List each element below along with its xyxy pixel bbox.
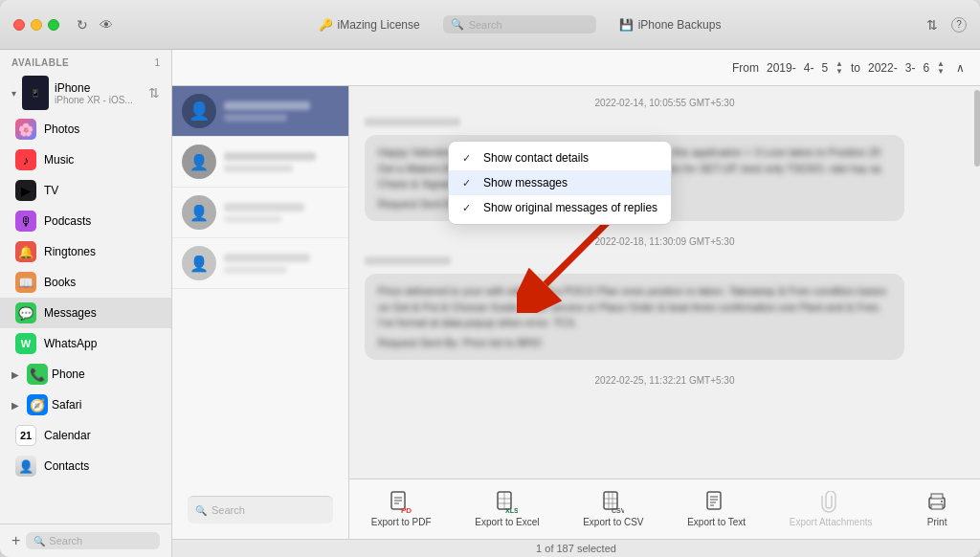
sidebar-item-books[interactable]: 📖 Books (0, 267, 171, 298)
sidebar-item-messages[interactable]: 💬 Messages (0, 298, 171, 328)
backups-button[interactable]: 💾 iPhone Backups (619, 18, 722, 32)
add-icon[interactable]: + (11, 532, 20, 549)
safari-label: Safari (52, 398, 81, 412)
pdf-icon: PDF (390, 491, 412, 514)
check-icon: ✓ (462, 177, 476, 189)
from-date-spinner[interactable]: ▲▼ (835, 60, 843, 76)
text-icon (705, 491, 728, 514)
svg-rect-22 (931, 494, 943, 499)
from-label: From (732, 61, 759, 75)
sidebar-item-podcasts[interactable]: 🎙 Podcasts (0, 206, 171, 236)
main-window: ↻ 👁 🔑 iMazing License 🔍 Search 💾 iPhone … (0, 0, 980, 557)
minimize-button[interactable] (31, 19, 42, 31)
device-item[interactable]: ▾ 📱 iPhone iPhone XR - iOS... ⇅ (0, 72, 171, 114)
print-button[interactable]: Print (908, 487, 966, 531)
sidebar-item-whatsapp[interactable]: W WhatsApp (0, 328, 171, 359)
sidebar-count: 1 (154, 57, 160, 68)
scrollbar[interactable] (972, 86, 980, 480)
search-icon: 🔍 (195, 505, 207, 516)
sidebar: AVAILABLE 1 ▾ 📱 iPhone iPhone XR - iOS..… (0, 50, 172, 557)
print-icon (925, 491, 948, 514)
contact-item-selected[interactable]: 👤 (172, 86, 348, 137)
whatsapp-label: WhatsApp (44, 337, 97, 350)
sidebar-item-ringtones[interactable]: 🔔 Ringtones (0, 236, 171, 267)
attachments-icon (819, 491, 842, 514)
sidebar-item-tv[interactable]: ▶ TV (0, 175, 171, 206)
export-footer: PDF Export to PDF (349, 479, 980, 539)
sidebar-header: AVAILABLE 1 (0, 50, 171, 72)
titlebar-search[interactable]: 🔍 Search (443, 15, 596, 33)
contact-info-4 (224, 254, 339, 274)
sidebar-item-music[interactable]: ♪ Music (0, 145, 171, 175)
to-year: 2022- (868, 61, 898, 75)
device-icon: 📱 (22, 76, 49, 110)
license-icon: 🔑 (319, 18, 333, 32)
contact-item-4[interactable]: 👤 (172, 238, 348, 289)
reload-icon[interactable]: ↻ (77, 17, 88, 33)
export-csv-button[interactable]: CSV Export to CSV (575, 487, 651, 531)
titlebar-right: ⇅ ? (926, 17, 967, 33)
csv-icon: CSV (602, 491, 625, 514)
sidebar-item-safari[interactable]: ▶ 🧭 Safari (0, 390, 171, 420)
search-icon: 🔍 (451, 18, 464, 31)
export-text-button[interactable]: Export to Text (679, 487, 753, 531)
contact-info-2 (224, 152, 339, 172)
message-footer-2: Request Sent By: Price list to BRS! (378, 335, 891, 351)
menu-label-show-messages: Show messages (483, 176, 568, 189)
sidebar-item-photos[interactable]: 🌸 Photos (0, 114, 171, 145)
export-pdf-button[interactable]: PDF Export to PDF (364, 487, 439, 531)
close-button[interactable] (13, 19, 25, 31)
license-button[interactable]: 🔑 iMazing License (319, 18, 420, 32)
photos-label: Photos (44, 123, 79, 136)
export-excel-button[interactable]: XLS Export to Excel (467, 487, 546, 531)
menu-label-contact-details: Show contact details (483, 151, 589, 165)
contacts-icon: 👤 (15, 456, 36, 477)
menu-item-show-messages[interactable]: ✓ Show messages (449, 170, 671, 195)
collapse-icon[interactable]: ∧ (956, 61, 965, 75)
sort-icon[interactable]: ⇅ (926, 17, 938, 33)
help-icon[interactable]: ? (951, 17, 967, 33)
maximize-button[interactable] (48, 19, 59, 31)
svg-text:XLS: XLS (505, 507, 518, 514)
menu-item-show-original[interactable]: ✓ Show original messages of replies (449, 195, 671, 220)
to-label: to (851, 61, 860, 75)
titlebar-center: 🔑 iMazing License 🔍 Search 💾 iPhone Back… (122, 15, 917, 33)
sidebar-item-calendar[interactable]: 21 Calendar (0, 420, 171, 451)
contact-avatar-4: 👤 (182, 246, 216, 280)
status-text: 1 of 187 selected (536, 543, 616, 554)
from-day: 5 (821, 61, 828, 75)
contact-info-3 (224, 203, 339, 223)
music-label: Music (44, 153, 74, 167)
content-area: From 2019- 4- 5 ▲▼ to 2022- 3- 6 ▲▼ ∧ (172, 50, 980, 557)
message-group-3: 2022-02-25, 11:32:21 GMT+5:30 (365, 375, 965, 390)
ringtones-icon: 🔔 (15, 241, 36, 262)
svg-rect-23 (931, 504, 943, 509)
message-sender-1 (365, 118, 460, 126)
to-date-spinner[interactable]: ▲▼ (937, 60, 945, 76)
menu-item-contact-details[interactable]: ✓ Show contact details (449, 145, 671, 170)
sidebar-search[interactable]: 🔍 Search (26, 532, 160, 549)
scroll-thumb[interactable] (974, 90, 980, 167)
music-icon: ♪ (15, 149, 36, 170)
contact-info (224, 101, 339, 122)
calendar-label: Calendar (44, 429, 91, 442)
eye-icon[interactable]: 👁 (100, 17, 113, 33)
to-month: 3- (905, 61, 916, 75)
safari-icon: 🧭 (27, 394, 48, 415)
device-subtitle: iPhone XR - iOS... (55, 95, 143, 105)
sidebar-item-contacts[interactable]: 👤 Contacts (0, 451, 171, 481)
sidebar-item-phone[interactable]: ▶ 📞 Phone (0, 359, 171, 390)
contacts-label: Contacts (44, 459, 89, 473)
contact-item-3[interactable]: 👤 (172, 188, 348, 238)
message-timestamp-1: 2022-02-14, 10:05:55 GMT+5:30 (365, 98, 965, 108)
message-timestamp-3: 2022-02-25, 11:32:21 GMT+5:30 (365, 375, 965, 386)
books-label: Books (44, 276, 76, 289)
export-attachments-button[interactable]: Export Attachments (782, 487, 880, 531)
traffic-lights (13, 19, 59, 31)
books-icon: 📖 (15, 272, 36, 293)
messages-label: Messages (44, 306, 97, 320)
contact-search-input[interactable]: 🔍 Search (188, 496, 333, 524)
svg-point-24 (941, 501, 943, 502)
contact-item-2[interactable]: 👤 (172, 137, 348, 188)
svg-text:PDF: PDF (401, 506, 412, 514)
